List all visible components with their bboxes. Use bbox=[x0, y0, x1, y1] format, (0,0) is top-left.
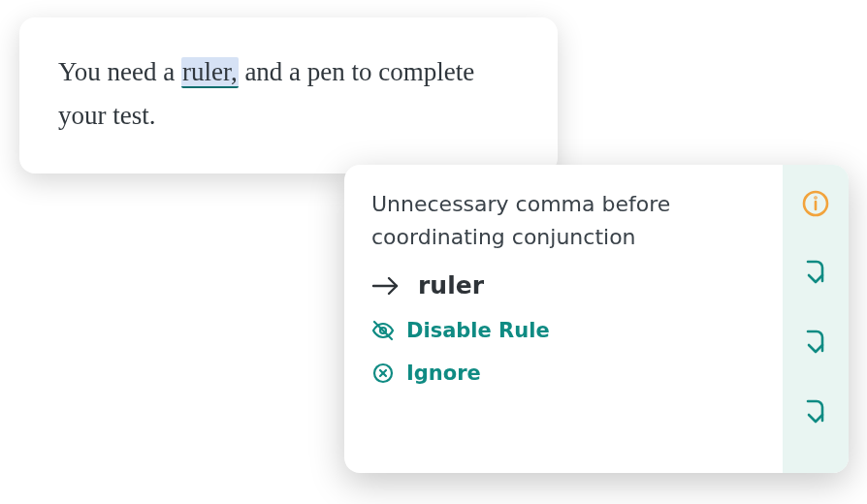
ignore-label: Ignore bbox=[406, 362, 481, 385]
info-button[interactable] bbox=[798, 186, 833, 221]
next-issue-button-3[interactable] bbox=[798, 395, 833, 430]
editor-card: You need a ruler, and a pen to complete … bbox=[19, 17, 558, 173]
highlighted-word[interactable]: ruler, bbox=[181, 57, 239, 88]
popover-rail bbox=[783, 165, 849, 473]
ignore-button[interactable]: Ignore bbox=[371, 362, 763, 385]
grammar-popover: Unnecessary comma before coordinating co… bbox=[344, 165, 849, 473]
editor-text[interactable]: You need a ruler, and a pen to complete … bbox=[58, 50, 519, 137]
suggestion-word: ruler bbox=[418, 271, 484, 299]
issue-title: Unnecessary comma before coordinating co… bbox=[371, 188, 763, 254]
disable-rule-button[interactable]: Disable Rule bbox=[371, 319, 763, 342]
popover-main: Unnecessary comma before coordinating co… bbox=[344, 165, 783, 473]
svg-point-8 bbox=[816, 198, 817, 199]
eye-off-icon bbox=[371, 319, 395, 342]
next-issue-button-2[interactable] bbox=[798, 326, 833, 361]
disable-rule-label: Disable Rule bbox=[406, 319, 550, 342]
info-icon bbox=[801, 189, 830, 218]
arrow-turn-down-icon bbox=[802, 397, 829, 428]
arrow-turn-down-icon bbox=[802, 258, 829, 289]
next-issue-button-1[interactable] bbox=[798, 256, 833, 291]
arrow-turn-down-icon bbox=[802, 328, 829, 359]
close-circle-icon bbox=[371, 362, 395, 385]
text-prefix: You need a bbox=[58, 57, 181, 86]
arrow-right-icon bbox=[371, 275, 401, 297]
apply-suggestion-button[interactable]: ruler bbox=[371, 271, 763, 299]
